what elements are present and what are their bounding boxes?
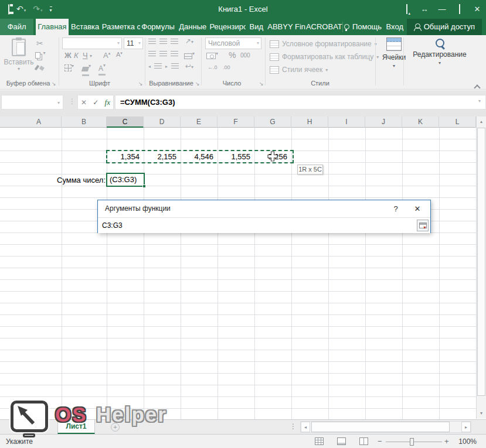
indent-buttons[interactable]: ◂ ▸ — [148, 63, 179, 69]
vertical-align-buttons[interactable] — [148, 39, 178, 45]
cut-icon[interactable]: ✂ — [36, 39, 43, 48]
format-as-table-button[interactable]: Форматировать как таблицу▾ — [270, 52, 379, 62]
dialog-close-button[interactable]: ✕ — [409, 203, 426, 215]
cell-b5-label[interactable]: Сумма чисел: — [50, 175, 106, 186]
next-sheet-icon[interactable]: ▸ — [42, 420, 52, 435]
tab-acrobat[interactable]: ACROBAT — [305, 19, 342, 35]
range-input-field[interactable] — [98, 218, 417, 233]
fill-handle[interactable] — [142, 184, 146, 188]
zoom-out-icon[interactable]: − — [378, 435, 382, 448]
grow-font-button[interactable]: А▴ — [103, 51, 110, 60]
tab-review[interactable]: Рецензиро — [209, 19, 245, 35]
new-sheet-icon[interactable]: + — [111, 423, 120, 432]
column-header-L[interactable]: L — [439, 117, 476, 128]
column-header-I[interactable]: I — [328, 117, 365, 128]
expand-formula-bar-icon[interactable]: ▾ — [478, 98, 481, 104]
column-header-D[interactable]: D — [144, 117, 181, 128]
column-header-A[interactable]: A — [16, 117, 62, 128]
borders-button[interactable]: ▾ — [64, 63, 74, 74]
underline-dropdown-icon[interactable]: ▾ — [90, 53, 92, 59]
close-button[interactable]: ✕ — [468, 0, 486, 19]
comma-style-button[interactable]: 000 — [240, 52, 250, 59]
orientation-icon[interactable]: ↗▾ — [185, 37, 193, 45]
tab-page-layout[interactable]: Разметка с — [102, 19, 140, 35]
minimize-button[interactable]: — — [433, 0, 451, 19]
collapse-dialog-button[interactable] — [417, 220, 429, 231]
zoom-slider-track[interactable] — [386, 442, 442, 442]
tab-file[interactable]: Файл — [0, 19, 33, 35]
maximize-button[interactable] — [451, 0, 468, 19]
underline-button[interactable]: Ч — [83, 51, 88, 60]
zoom-slider-thumb[interactable] — [410, 438, 414, 446]
formula-input[interactable] — [115, 95, 486, 110]
tab-data[interactable]: Данные — [176, 19, 209, 35]
editing-button[interactable]: Редактирование ▾ — [406, 37, 474, 66]
column-header-C[interactable]: C — [107, 117, 144, 128]
horizontal-scrollbar[interactable]: ◂ ▸ — [300, 421, 471, 433]
scroll-down-icon[interactable]: ▾ — [477, 408, 486, 418]
worksheet-grid[interactable] — [0, 128, 476, 419]
tab-formulas[interactable]: Формулы — [140, 19, 176, 35]
font-dialog-launcher-icon[interactable]: ↘ — [138, 81, 143, 87]
paste-button[interactable]: Вставить ▾ — [4, 37, 34, 71]
format-painter-icon[interactable] — [36, 62, 42, 73]
tab-tell-me[interactable]: Помощь — [343, 19, 382, 35]
vertical-scrollbar-thumb[interactable] — [477, 128, 485, 396]
tab-home[interactable]: Главная — [36, 19, 68, 35]
scroll-left-icon[interactable]: ◂ — [301, 422, 310, 432]
font-name-combo[interactable]: ▾ — [62, 37, 122, 49]
zoom-in-icon[interactable]: + — [444, 435, 449, 448]
scrollbar-resize-handle[interactable]: ⋮ — [290, 422, 297, 430]
copy-icon[interactable]: ▾ — [35, 50, 45, 61]
column-header-G[interactable]: G — [254, 117, 291, 128]
horizontal-scrollbar-thumb[interactable] — [311, 422, 450, 432]
vertical-scrollbar[interactable]: ▴ ▾ — [476, 117, 486, 419]
page-break-view-icon[interactable] — [359, 437, 368, 445]
column-header-H[interactable]: H — [291, 117, 328, 128]
number-dialog-launcher-icon[interactable]: ↘ — [259, 81, 264, 87]
zoom-level[interactable]: 100% — [453, 435, 477, 448]
scroll-up-icon[interactable]: ▴ — [477, 117, 486, 126]
share-button[interactable]: Общий доступ — [407, 19, 482, 35]
column-header-J[interactable]: J — [365, 117, 402, 128]
ribbon-display-options-icon[interactable] — [398, 0, 416, 19]
font-color-button[interactable]: А▾ — [98, 63, 106, 76]
column-header-F[interactable]: F — [217, 117, 254, 128]
tab-view[interactable]: Вид — [246, 19, 268, 35]
confirm-entry-icon[interactable]: ✓ — [93, 98, 98, 107]
insert-function-icon[interactable]: fx — [105, 98, 110, 107]
percent-style-button[interactable]: % — [229, 50, 236, 60]
active-cell-c5[interactable]: (C3:G3) — [106, 173, 145, 187]
page-layout-view-icon[interactable] — [337, 437, 346, 445]
scroll-right-icon[interactable]: ▸ — [461, 422, 471, 432]
column-header-E[interactable]: E — [181, 117, 217, 128]
sign-in-link[interactable]: Вход — [383, 19, 407, 35]
tab-abbyy[interactable]: ABBYY Fin — [267, 19, 305, 35]
cell-styles-button[interactable]: Стили ячеек▾ — [270, 64, 328, 75]
tab-insert[interactable]: Вставка — [69, 19, 102, 35]
wrap-text-icon[interactable]: ↩▾ — [185, 62, 193, 70]
sheet-tab-list1[interactable]: Лист1 — [57, 420, 95, 434]
increase-decimal-icon[interactable]: ←.0 — [208, 64, 217, 70]
name-box[interactable]: ▾ — [1, 95, 63, 110]
clipboard-dialog-launcher-icon[interactable]: ↘ — [52, 81, 56, 87]
column-header-K[interactable]: K — [402, 117, 439, 128]
italic-button[interactable]: К — [74, 51, 79, 60]
column-header-B[interactable]: B — [62, 117, 107, 128]
bold-button[interactable]: Ж — [64, 51, 72, 60]
fill-color-button[interactable]: ▾ — [82, 63, 91, 76]
formula-input-field[interactable] — [115, 95, 485, 109]
conditional-formatting-button[interactable]: Условное форматирование▾ — [270, 39, 377, 49]
shrink-font-button[interactable]: А▾ — [116, 51, 123, 58]
accounting-format-icon[interactable]: ▾ — [206, 51, 218, 61]
normal-view-icon[interactable] — [315, 437, 324, 445]
merge-center-icon[interactable]: ▾ — [184, 51, 195, 61]
alignment-dialog-launcher-icon[interactable]: ↘ — [195, 81, 200, 87]
name-box-dropdown-icon[interactable]: ▾ — [57, 100, 60, 105]
horizontal-align-buttons[interactable] — [148, 51, 178, 57]
prev-sheet-icon[interactable]: ◂ — [30, 420, 40, 435]
decrease-decimal-icon[interactable]: .00 — [223, 64, 230, 70]
number-format-combo[interactable]: Числовой▾ — [205, 37, 261, 49]
font-size-combo[interactable]: 11▾ — [124, 37, 143, 49]
dialog-help-button[interactable]: ? — [388, 203, 404, 215]
